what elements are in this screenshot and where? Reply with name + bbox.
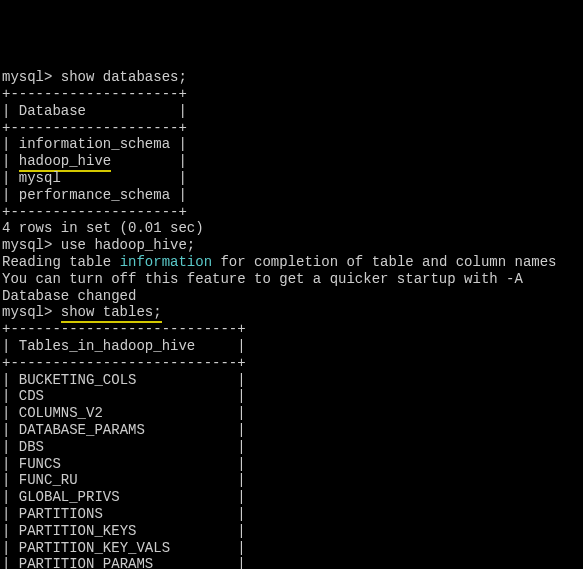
- table-border: |: [2, 523, 19, 539]
- terminal-line: | performance_schema |: [2, 187, 581, 204]
- table-border: |: [145, 422, 246, 438]
- terminal-line: | CDS |: [2, 388, 581, 405]
- table-border: |: [2, 170, 19, 186]
- table-name: PARTITION_KEY_VALS: [19, 540, 170, 556]
- table-border: |: [111, 153, 187, 169]
- terminal-line: | COLUMNS_V2 |: [2, 405, 581, 422]
- table-border: |: [170, 136, 187, 152]
- terminal-line: | BUCKETING_COLS |: [2, 372, 581, 389]
- terminal-line: | information_schema |: [2, 136, 581, 153]
- table-border: +--------------------+: [2, 204, 187, 220]
- table-name: DBS: [19, 439, 44, 455]
- table-border: |: [44, 439, 246, 455]
- table-border: |: [2, 439, 19, 455]
- terminal-line: +---------------------------+: [2, 355, 581, 372]
- terminal-line: 4 rows in set (0.01 sec): [2, 220, 581, 237]
- table-border: |: [136, 372, 245, 388]
- sql-command[interactable]: use hadoop_hive;: [61, 237, 195, 253]
- mysql-prompt: mysql>: [2, 304, 61, 320]
- table-border: |: [86, 103, 187, 119]
- table-name: COLUMNS_V2: [19, 405, 103, 421]
- terminal-line: | Database |: [2, 103, 581, 120]
- column-header: Tables_in_hadoop_hive: [19, 338, 195, 354]
- table-name: FUNC_RU: [19, 472, 78, 488]
- terminal-line: +--------------------+: [2, 86, 581, 103]
- info-highlight: information: [120, 254, 212, 270]
- status-text: Database changed: [2, 288, 136, 304]
- terminal-line: You can turn off this feature to get a q…: [2, 271, 581, 288]
- table-border: +--------------------+: [2, 86, 187, 102]
- table-border: |: [2, 506, 19, 522]
- database-name: information_schema: [19, 136, 170, 152]
- column-header: Database: [19, 103, 86, 119]
- info-text: Reading table: [2, 254, 120, 270]
- table-border: |: [61, 170, 187, 186]
- table-name: FUNCS: [19, 456, 61, 472]
- terminal-line: Database changed: [2, 288, 581, 305]
- table-border: |: [61, 456, 246, 472]
- table-border: |: [2, 187, 19, 203]
- table-border: |: [103, 405, 246, 421]
- table-name: CDS: [19, 388, 44, 404]
- table-border: |: [78, 472, 246, 488]
- terminal-line: +--------------------+: [2, 120, 581, 137]
- terminal-line: mysql> use hadoop_hive;: [2, 237, 581, 254]
- table-border: +---------------------------+: [2, 321, 246, 337]
- terminal-line: | DBS |: [2, 439, 581, 456]
- table-name: GLOBAL_PRIVS: [19, 489, 120, 505]
- table-name: DATABASE_PARAMS: [19, 422, 145, 438]
- terminal-line: | FUNC_RU |: [2, 472, 581, 489]
- sql-command[interactable]: show databases;: [61, 69, 187, 85]
- terminal-line: Reading table information for completion…: [2, 254, 581, 271]
- table-border: |: [2, 372, 19, 388]
- table-border: +--------------------+: [2, 120, 187, 136]
- table-border: |: [2, 136, 19, 152]
- database-name: performance_schema: [19, 187, 170, 203]
- terminal-line: | Tables_in_hadoop_hive |: [2, 338, 581, 355]
- database-name: mysql: [19, 170, 61, 186]
- table-name: PARTITIONS: [19, 506, 103, 522]
- terminal-output: mysql> show databases;+-----------------…: [2, 69, 581, 569]
- terminal-line: | hadoop_hive |: [2, 153, 581, 170]
- table-border: |: [44, 388, 246, 404]
- terminal-line: +---------------------------+: [2, 321, 581, 338]
- mysql-prompt: mysql>: [2, 69, 61, 85]
- info-text: for completion of table and column names: [212, 254, 556, 270]
- table-border: |: [170, 540, 246, 556]
- table-border: |: [2, 456, 19, 472]
- table-border: |: [120, 489, 246, 505]
- table-border: |: [103, 506, 246, 522]
- table-border: |: [2, 472, 19, 488]
- table-border: |: [2, 153, 19, 169]
- table-border: |: [2, 540, 19, 556]
- table-border: |: [2, 422, 19, 438]
- table-border: |: [2, 388, 19, 404]
- terminal-line: | PARTITION_KEY_VALS |: [2, 540, 581, 557]
- table-border: |: [2, 489, 19, 505]
- terminal-line: | PARTITION_KEYS |: [2, 523, 581, 540]
- terminal-line: mysql> show tables;: [2, 304, 581, 321]
- mysql-prompt: mysql>: [2, 237, 61, 253]
- table-border: |: [2, 103, 19, 119]
- terminal-line: +--------------------+: [2, 204, 581, 221]
- terminal-line: | FUNCS |: [2, 456, 581, 473]
- terminal-line: | PARTITION_PARAMS |: [2, 556, 581, 569]
- terminal-line: | GLOBAL_PRIVS |: [2, 489, 581, 506]
- table-border: +---------------------------+: [2, 355, 246, 371]
- terminal-line: mysql> show databases;: [2, 69, 581, 86]
- table-border: |: [2, 405, 19, 421]
- table-name: PARTITION_PARAMS: [19, 556, 153, 569]
- table-border: |: [170, 187, 187, 203]
- terminal-line: | mysql |: [2, 170, 581, 187]
- result-summary: 4 rows in set (0.01 sec): [2, 220, 204, 236]
- table-border: |: [2, 556, 19, 569]
- terminal-line: | DATABASE_PARAMS |: [2, 422, 581, 439]
- table-border: |: [195, 338, 245, 354]
- terminal-line: | PARTITIONS |: [2, 506, 581, 523]
- info-text: You can turn off this feature to get a q…: [2, 271, 523, 287]
- table-name: PARTITION_KEYS: [19, 523, 137, 539]
- table-border: |: [2, 338, 19, 354]
- table-name: BUCKETING_COLS: [19, 372, 137, 388]
- table-border: |: [136, 523, 245, 539]
- table-border: |: [153, 556, 245, 569]
